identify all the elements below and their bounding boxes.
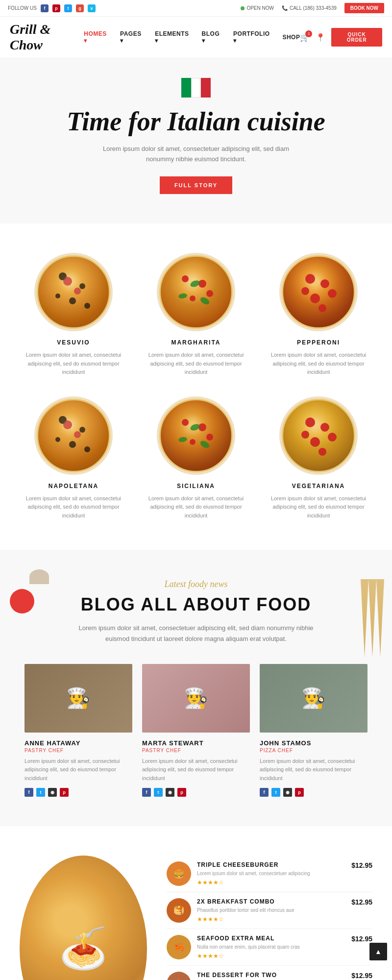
vimeo-icon[interactable]: v [88, 4, 96, 12]
phone-number: 📞 CALL (186) 333-4539 [282, 5, 337, 11]
chef-social-icon-3[interactable]: p [60, 788, 69, 797]
chef-social-icon-0[interactable]: f [24, 788, 33, 797]
menu-item-name-3: THE DESSERT FOR TWO [197, 972, 345, 979]
flag-white [191, 78, 201, 98]
pizza-image-margherita [157, 253, 235, 331]
menu-item-desc-2: Nulla non ornare enim, quis placerat qua… [197, 943, 345, 951]
pizza-image-vegetariana [279, 396, 358, 475]
chef-name-0: ANNE HATAWAY [24, 739, 132, 747]
nav-shop[interactable]: SHOP [282, 34, 300, 41]
nav-blog[interactable]: BLOG ▾ [202, 30, 223, 44]
menu-item-0: 🍔 TRIPLE CHEESEBURGER Lorem ipsum dolor … [167, 856, 372, 892]
chef-social-1: ft◉p [142, 788, 250, 797]
chef-social-icon-3[interactable]: p [177, 788, 186, 797]
quick-order-button[interactable]: QUICK ORDER [331, 28, 382, 47]
nav-elements[interactable]: ELEMENTS ▾ [155, 30, 192, 44]
menu-item-img-3: 🍰 [167, 972, 191, 980]
chef-avatar-1: 👨‍🍳 [142, 664, 250, 733]
menu-item-price-3: $12.95 [351, 972, 372, 980]
italian-flag [10, 78, 382, 98]
pizza-name-margherita: MARGHARITA [142, 339, 250, 346]
chef-social-icon-3[interactable]: p [295, 788, 304, 797]
chef-social-icon-2[interactable]: ◉ [48, 788, 57, 797]
menu-item-2: 🦐 SEAFOOD EXTRA MEAL Nulla non ornare en… [167, 929, 372, 966]
svg-point-8 [198, 280, 206, 288]
chef-social-icon-1[interactable]: t [154, 788, 163, 797]
pizza-image-siciliana [157, 396, 235, 475]
pizza-name-napoletana: NAPOLETANA [20, 483, 127, 490]
pinterest-icon[interactable]: p [52, 4, 60, 12]
chef-desc-2: Lorem ipsum dolor sit amet, consectetui … [260, 757, 368, 783]
pizza-toppings [38, 257, 110, 329]
chef-photo-0: 👨‍🍳 [24, 664, 132, 733]
menu-item-desc-0: Lorem ipsum dolor sit amet, consectetuer… [197, 870, 345, 877]
chef-social-icon-2[interactable]: ◉ [166, 788, 174, 797]
svg-point-26 [74, 431, 81, 438]
chef-social-icon-0[interactable]: f [260, 788, 269, 797]
menu-item-info-0: TRIPLE CHEESEBURGER Lorem ipsum dolor si… [197, 861, 345, 886]
pizza-item-vesuvio: VESUVIO Lorem ipsum dolor sit amet, cons… [20, 253, 127, 377]
nav-portfolio[interactable]: PORTFOLIO ▾ [233, 30, 272, 44]
facebook-icon[interactable]: f [41, 4, 49, 12]
full-story-button[interactable]: FULL STORY [160, 176, 232, 194]
pizza-item-siciliana: SICILIANA Lorem ipsum dolor sit amet, co… [142, 396, 250, 520]
chef-social-icon-0[interactable]: f [142, 788, 151, 797]
chef-avatar-0: 👨‍🍳 [24, 664, 132, 733]
pizza-name-pepperoni: PEPPERONI [265, 339, 372, 346]
twitter-icon[interactable]: t [64, 4, 72, 12]
deco-pasta [353, 579, 392, 658]
pizza-name-vegetariana: VEGETARIANA [265, 483, 372, 490]
chef-role-2: PIZZA CHEF [260, 748, 368, 753]
menu-section: 🍝 🍔 TRIPLE CHEESEBURGER Lorem ipsum dolo… [0, 826, 392, 980]
pizza-section: VESUVIO Lorem ipsum dolor sit amet, cons… [0, 223, 392, 550]
svg-point-24 [84, 446, 90, 452]
pizza-toppings [161, 257, 233, 329]
menu-item-name-2: SEAFOOD EXTRA MEAL [197, 935, 345, 942]
chef-social-icon-2[interactable]: ◉ [283, 788, 292, 797]
flag-red [201, 78, 211, 98]
svg-point-27 [182, 419, 189, 426]
menu-item-price-2: $12.95 [351, 935, 372, 943]
logo[interactable]: Grill & Chow [10, 22, 84, 53]
pizza-name-siciliana: SICILIANA [142, 483, 250, 490]
blog-desc: Lorem ipsum dolor sit amet, consectetuer… [74, 623, 318, 644]
svg-point-7 [182, 275, 189, 282]
pizza-desc-siciliana: Lorem ipsum dolor sit amet, consectetui … [142, 494, 250, 520]
menu-item-img-0: 🍔 [167, 861, 191, 886]
chef-avatar-2: 👨‍🍳 [260, 664, 368, 733]
nav-homes[interactable]: HOMES ▾ [84, 30, 110, 44]
svg-point-37 [328, 433, 337, 441]
svg-point-14 [305, 274, 315, 284]
book-now-button[interactable]: BOOK NOW [344, 3, 384, 13]
svg-point-23 [55, 437, 60, 442]
chef-role-1: PASTRY CHEF [142, 748, 250, 753]
chef-social-icon-1[interactable]: t [271, 788, 280, 797]
nav-pages[interactable]: PAGES ▾ [120, 30, 145, 44]
svg-point-10 [206, 290, 213, 297]
pizza-item-pepperoni: PEPPERONI Lorem ipsum dolor sit amet, co… [265, 253, 372, 377]
chef-card-2: 👨‍🍳 JOHN STAMOS PIZZA CHEF Lorem ipsum d… [260, 664, 368, 797]
chef-social-0: ft◉p [24, 788, 132, 797]
nav-right: 🛒 1 📍 QUICK ORDER [300, 28, 382, 47]
googleplus-icon[interactable]: g [76, 4, 84, 12]
menu-item-price-0: $12.95 [351, 861, 372, 869]
open-now: OPEN NOW [241, 5, 274, 11]
cart-icon[interactable]: 🛒 1 [300, 33, 310, 42]
location-icon[interactable]: 📍 [316, 33, 325, 42]
svg-point-6 [74, 288, 81, 294]
chef-social-icon-1[interactable]: t [36, 788, 45, 797]
chef-photo-1: 👨‍🍳 [142, 664, 250, 733]
pizza-desc-pepperoni: Lorem ipsum dolor sit amet, consectetui … [265, 351, 372, 377]
menu-item-info-1: 2X BREAKFAST COMBO Phasellus porttitor t… [197, 898, 345, 923]
svg-point-36 [310, 437, 320, 447]
menu-item-3: 🍰 THE DESSERT FOR TWO Aliquam vitae sem … [167, 966, 372, 980]
scroll-top-button[interactable]: ▲ [369, 943, 387, 960]
svg-point-18 [301, 287, 309, 295]
flag [181, 78, 211, 98]
menu-item-1: 🥞 2X BREAKFAST COMBO Phasellus porttitor… [167, 892, 372, 929]
svg-point-29 [190, 439, 196, 445]
pizza-image-napoletana [34, 396, 113, 475]
svg-point-21 [79, 427, 85, 433]
top-bar: FOLLOW US f p t g v OPEN NOW 📞 CALL (186… [0, 0, 392, 17]
svg-point-22 [69, 441, 76, 448]
